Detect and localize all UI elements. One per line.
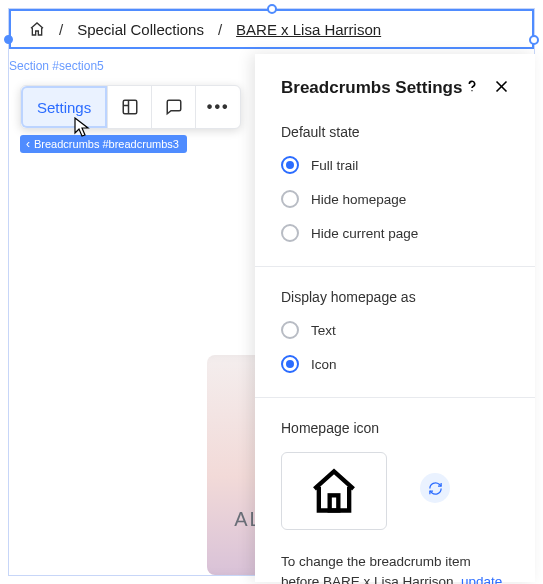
- cursor-icon: [74, 117, 92, 143]
- close-icon[interactable]: [494, 79, 509, 98]
- breadcrumb-separator: /: [218, 21, 222, 38]
- display-homepage-group: Text Icon: [281, 321, 509, 373]
- breadcrumb-item-current[interactable]: BARE x Lisa Harrison: [236, 21, 381, 38]
- breadcrumbs-bar[interactable]: / Special Collections / BARE x Lisa Harr…: [9, 9, 534, 49]
- radio-indicator: [281, 355, 299, 373]
- radio-label: Full trail: [311, 158, 358, 173]
- svg-rect-0: [123, 100, 137, 114]
- house-icon: [308, 465, 360, 517]
- breadcrumb-item[interactable]: Special Collections: [77, 21, 204, 38]
- radio-indicator: [281, 321, 299, 339]
- radio-label: Hide homepage: [311, 192, 406, 207]
- radio-label: Hide current page: [311, 226, 418, 241]
- breadcrumb-separator: /: [59, 21, 63, 38]
- note-text: To change the breadcrumb item before BAR…: [281, 554, 471, 584]
- radio-hide-current-page[interactable]: Hide current page: [281, 224, 509, 242]
- element-toolbar: Settings •••: [20, 85, 241, 129]
- radio-label: Text: [311, 323, 336, 338]
- settings-button[interactable]: Settings: [21, 86, 108, 128]
- breadcrumbs-settings-panel: Breadcrumbs Settings Default state Full …: [255, 54, 535, 582]
- default-state-label: Default state: [281, 124, 509, 140]
- divider: [255, 397, 535, 398]
- radio-indicator: [281, 224, 299, 242]
- element-tag-label: Breadcrumbs #breadcrumbs3: [34, 138, 179, 150]
- radio-homepage-text[interactable]: Text: [281, 321, 509, 339]
- stage-handle-right[interactable]: [529, 35, 539, 45]
- radio-indicator: [281, 190, 299, 208]
- refresh-icon: [428, 481, 443, 496]
- display-homepage-label: Display homepage as: [281, 289, 509, 305]
- section-label: Section #section5: [9, 59, 104, 73]
- radio-indicator: [281, 156, 299, 174]
- panel-title: Breadcrumbs Settings: [281, 78, 462, 98]
- default-state-group: Full trail Hide homepage Hide current pa…: [281, 156, 509, 242]
- homepage-icon-label: Homepage icon: [281, 420, 509, 436]
- parent-page-note: To change the breadcrumb item before BAR…: [281, 552, 509, 584]
- svg-rect-6: [330, 495, 339, 510]
- stage-handle-top[interactable]: [267, 4, 277, 14]
- stage-handle-left[interactable]: [4, 35, 13, 44]
- divider: [255, 266, 535, 267]
- home-icon[interactable]: [29, 21, 45, 37]
- comment-button[interactable]: [152, 86, 196, 128]
- radio-hide-homepage[interactable]: Hide homepage: [281, 190, 509, 208]
- radio-full-trail[interactable]: Full trail: [281, 156, 509, 174]
- layout-button[interactable]: [108, 86, 152, 128]
- more-button[interactable]: •••: [196, 86, 240, 128]
- homepage-icon-preview[interactable]: [281, 452, 387, 530]
- help-icon[interactable]: [464, 78, 480, 98]
- element-tag[interactable]: Breadcrumbs #breadcrumbs3: [20, 135, 187, 153]
- refresh-icon-button[interactable]: [420, 473, 450, 503]
- svg-point-3: [471, 90, 472, 91]
- radio-homepage-icon[interactable]: Icon: [281, 355, 509, 373]
- radio-label: Icon: [311, 357, 337, 372]
